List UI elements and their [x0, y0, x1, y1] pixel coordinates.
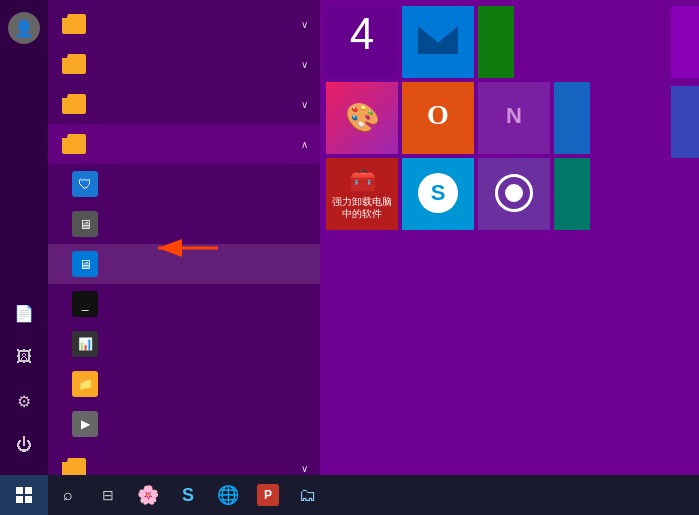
taskbar-file-icon[interactable]: 🗂: [288, 475, 328, 515]
subitem-task-manager[interactable]: 📊: [48, 324, 320, 364]
taskbar: ⌕ ⊟ 🌸 S 🌐 P 🗂: [0, 475, 699, 515]
group-windows-accessories[interactable]: ∨: [48, 4, 320, 44]
tile-browser-partial[interactable]: [554, 82, 590, 154]
start-button[interactable]: [0, 475, 48, 515]
subitem-cmd[interactable]: _: [48, 284, 320, 324]
tile-sogou-browser[interactable]: S: [402, 158, 474, 230]
svg-text:N: N: [506, 103, 522, 128]
tile-office[interactable]: O: [402, 82, 474, 154]
subitem-windows-admin[interactable]: 🛡: [48, 164, 320, 204]
taskbar-flower-icon[interactable]: 🌸: [128, 475, 168, 515]
tile-mail[interactable]: [402, 6, 474, 78]
documents-icon[interactable]: 📄: [6, 295, 42, 331]
tiles-right-column: [671, 0, 699, 475]
tile-cortana[interactable]: [478, 158, 550, 230]
tiles-row-3: 🧰 强力卸载电脑中的软件 S: [326, 158, 693, 230]
avatar[interactable]: 👤: [8, 12, 40, 44]
svg-text:O: O: [427, 99, 449, 130]
taskbar-taskview-button[interactable]: ⊟: [88, 475, 128, 515]
subitem-control-panel[interactable]: 🖥: [48, 244, 320, 284]
partial-tile-2[interactable]: [671, 86, 699, 158]
group-winrar[interactable]: ∨: [48, 448, 320, 475]
tile-number[interactable]: 4: [326, 6, 398, 78]
tiles-row-1: 4: [326, 6, 693, 78]
group-windows-admin[interactable]: ∨: [48, 44, 320, 84]
settings-icon[interactable]: ⚙: [6, 383, 42, 419]
tile-paint3d[interactable]: 🎨: [326, 82, 398, 154]
tile-onenote[interactable]: N: [478, 82, 550, 154]
tile-qianglisoft[interactable]: 🧰 强力卸载电脑中的软件: [326, 158, 398, 230]
taskbar-sogou-icon[interactable]: S: [168, 475, 208, 515]
pictures-icon[interactable]: 🖼: [6, 339, 42, 375]
app-list-scroll[interactable]: ∨ ∨ ∨ ∧: [48, 0, 320, 475]
power-icon[interactable]: ⏻: [6, 427, 42, 463]
app-list: ∨ ∨ ∨ ∧: [48, 0, 320, 475]
tiles-panel: 4 🎨: [320, 0, 699, 475]
partial-tile-1[interactable]: [671, 6, 699, 78]
tiles-row-2: 🎨 O N: [326, 82, 693, 154]
user-sidebar: 👤 📄 🖼 ⚙ ⏻: [0, 0, 48, 475]
taskbar-browser-icon[interactable]: 🌐: [208, 475, 248, 515]
subitem-file-explorer[interactable]: 📁: [48, 364, 320, 404]
start-menu: 👤 📄 🖼 ⚙ ⏻ ∨ ∨: [0, 0, 699, 475]
tile-xbox-partial[interactable]: [478, 6, 514, 78]
tile-maps-partial[interactable]: [554, 158, 590, 230]
group-windows-easy[interactable]: ∨: [48, 84, 320, 124]
taskbar-ppt-icon[interactable]: P: [248, 475, 288, 515]
group-windows-system[interactable]: ∧: [48, 124, 320, 164]
subitem-this-pc[interactable]: 🖥: [48, 204, 320, 244]
taskbar-search-button[interactable]: ⌕: [48, 475, 88, 515]
subitem-run[interactable]: ▶: [48, 404, 320, 444]
